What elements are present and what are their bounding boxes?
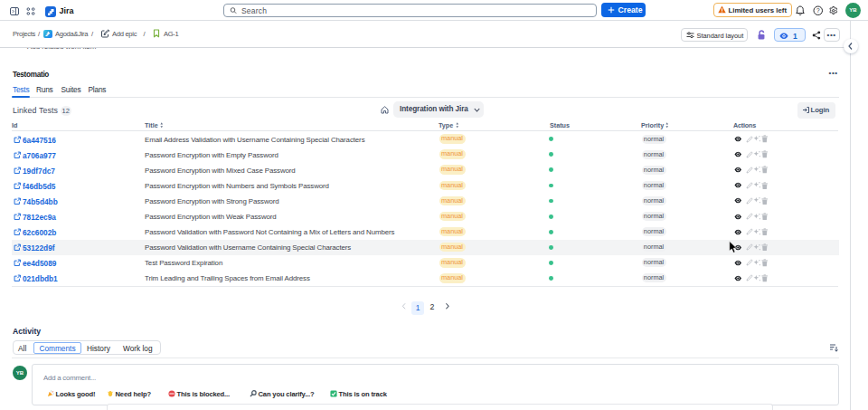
- svg-text:?: ?: [816, 7, 819, 14]
